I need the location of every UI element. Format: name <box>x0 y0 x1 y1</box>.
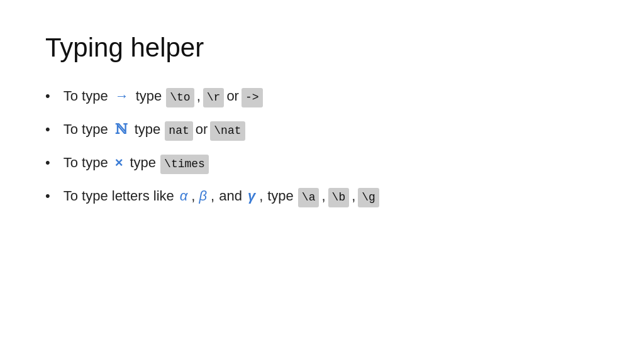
code-nat: nat <box>165 121 192 141</box>
list-item: To type letters like α, β, and γ, type \… <box>45 185 599 207</box>
text-type-4: type <box>267 185 294 206</box>
sep3: or <box>196 119 208 140</box>
text-type-2: type <box>135 119 161 140</box>
list-item: To type ℕ type nat or \nat <box>45 119 599 141</box>
code-nat2: \nat <box>210 121 245 141</box>
sep8: , <box>352 185 355 206</box>
code-a: \a <box>298 188 319 207</box>
code-times: \times <box>160 155 209 174</box>
code-g: \g <box>358 188 379 207</box>
text-type-3: type <box>130 152 157 173</box>
list-item: To type → type \to, \r or -> <box>45 85 599 107</box>
beta-symbol: β <box>199 185 207 206</box>
page-container: Typing helper To type → type \to, \r or … <box>0 0 644 251</box>
code-to: \to <box>166 88 194 107</box>
line-letters: To type letters like α, β, and γ, type \… <box>62 185 379 207</box>
text-to-type: To type <box>64 85 108 106</box>
text-to-type-2: To type <box>64 119 108 140</box>
gamma-symbol: γ <box>248 185 255 206</box>
typing-helper-list: To type → type \to, \r or -> To type ℕ t… <box>45 85 599 207</box>
line-nat: To type ℕ type nat or \nat <box>62 119 245 141</box>
sep7: , <box>321 185 325 206</box>
text-to-type-3: To type <box>64 152 108 173</box>
nat-symbol: ℕ <box>115 119 128 140</box>
code-b: \b <box>328 188 350 207</box>
sep1: , <box>197 85 201 106</box>
page-title: Typing helper <box>45 33 599 63</box>
line-arrow: To type → type \to, \r or -> <box>62 85 263 107</box>
text-and: and <box>219 185 242 206</box>
text-type: type <box>136 85 162 106</box>
text-to-type-letters: To type letters like <box>64 185 174 206</box>
code-arrow: -> <box>242 88 263 107</box>
line-times: To type × type \times <box>62 152 209 174</box>
arrow-symbol: → <box>115 85 129 106</box>
alpha-symbol: α <box>180 185 188 206</box>
sep4: , <box>191 185 195 206</box>
times-symbol: × <box>115 152 123 173</box>
list-item: To type × type \times <box>45 152 599 174</box>
sep5: , <box>211 185 214 206</box>
code-r: \r <box>203 88 225 107</box>
sep2: or <box>226 85 239 106</box>
sep6: , <box>259 185 263 206</box>
